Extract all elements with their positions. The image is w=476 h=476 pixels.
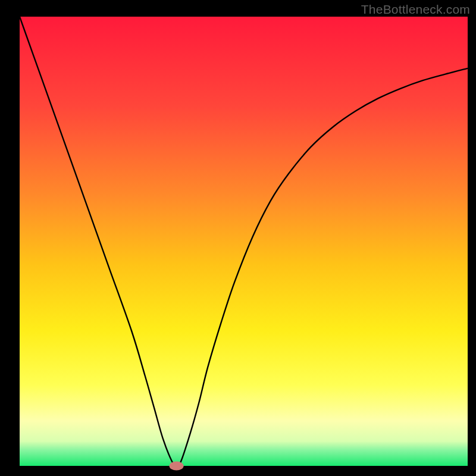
bottleneck-chart	[0, 0, 476, 476]
gradient-background	[20, 17, 468, 466]
chart-frame: TheBottleneck.com	[0, 0, 476, 476]
optimum-marker	[170, 461, 184, 470]
